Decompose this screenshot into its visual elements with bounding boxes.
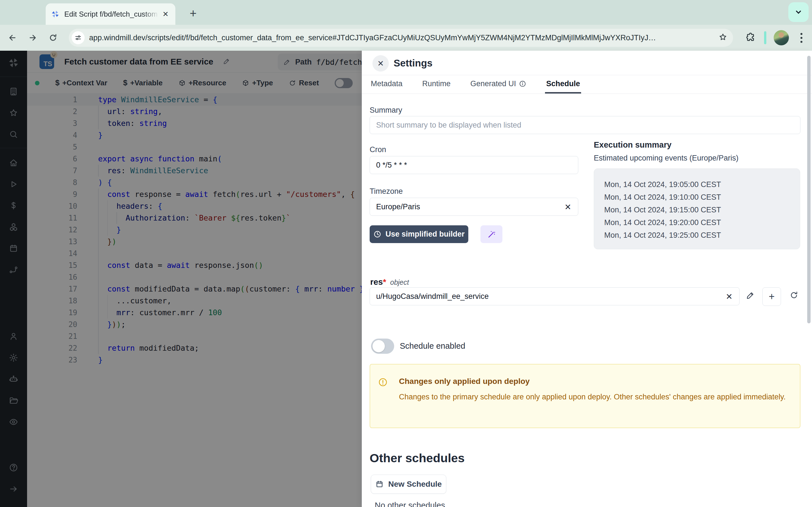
cron-input[interactable] xyxy=(370,156,578,174)
tab-runtime[interactable]: Runtime xyxy=(421,75,452,94)
schedule-enabled-label: Schedule enabled xyxy=(400,341,465,351)
app-window: TS Fetch customer data from EE service P… xyxy=(0,51,812,507)
event-row: Mon, 14 Oct 2024, 19:25:00 CEST xyxy=(604,229,800,242)
browser-actions xyxy=(746,25,812,51)
url-bar[interactable]: app.windmill.dev/scripts/edit/f/bd/fetch… xyxy=(69,29,733,47)
timezone-input[interactable] xyxy=(370,198,578,216)
tab-close-icon[interactable]: ✕ xyxy=(161,9,170,20)
deploy-warning-box: Changes only applied upon deploy Changes… xyxy=(370,364,801,428)
cron-label: Cron xyxy=(370,145,386,154)
warning-body: Changes to the primary schedule are only… xyxy=(399,391,794,403)
url-text: app.windmill.dev/scripts/edit/f/bd/fetch… xyxy=(89,34,718,42)
execution-summary-title: Execution summary xyxy=(594,140,672,150)
reload-icon xyxy=(49,33,57,42)
tab-metadata[interactable]: Metadata xyxy=(370,75,404,94)
tab-schedule[interactable]: Schedule xyxy=(545,75,581,94)
timezone-clear-icon[interactable]: ✕ xyxy=(564,202,571,212)
browser-tab[interactable]: Edit Script f/bd/fetch_custom ✕ xyxy=(46,3,175,25)
profile-separator xyxy=(764,31,766,44)
required-asterisk: * xyxy=(383,277,386,286)
forward-arrow-icon xyxy=(28,33,37,42)
summary-label: Summary xyxy=(370,106,402,115)
res-clear-icon[interactable]: ✕ xyxy=(726,292,732,301)
event-row: Mon, 14 Oct 2024, 19:15:00 CEST xyxy=(604,204,800,216)
chevron-down-icon xyxy=(794,7,803,17)
browser-tab-strip: Edit Script f/bd/fetch_custom ✕ + xyxy=(0,0,812,25)
tab-generated-ui[interactable]: Generated UI xyxy=(469,75,527,94)
browser-menu-icon[interactable] xyxy=(795,30,808,45)
timezone-label: Timezone xyxy=(370,187,403,196)
execution-events: Mon, 14 Oct 2024, 19:05:00 CESTMon, 14 O… xyxy=(594,168,800,249)
screen: Edit Script f/bd/fetch_custom ✕ + app.wi… xyxy=(0,0,812,507)
use-simplified-builder-label: Use simplified builder xyxy=(386,230,465,238)
forward-button[interactable] xyxy=(25,30,41,46)
profile-avatar[interactable] xyxy=(774,30,789,45)
tune-icon xyxy=(74,34,82,41)
calendar-icon xyxy=(375,480,384,489)
tab-search-button[interactable] xyxy=(788,2,809,22)
use-simplified-builder-button[interactable]: Use simplified builder xyxy=(370,225,468,243)
reload-button[interactable] xyxy=(45,30,61,46)
settings-panel: ✕ Settings MetadataRuntimeGenerated UISc… xyxy=(362,51,812,507)
back-arrow-icon xyxy=(8,33,17,42)
res-field-name: res*object xyxy=(370,277,409,287)
tab-label: Metadata xyxy=(371,79,403,88)
clock-icon xyxy=(373,230,382,238)
back-button[interactable] xyxy=(4,30,20,46)
event-row: Mon, 14 Oct 2024, 19:05:00 CEST xyxy=(604,178,800,191)
bookmark-star-icon[interactable] xyxy=(718,33,727,43)
res-resource-input[interactable] xyxy=(370,287,740,305)
refresh-icon xyxy=(790,291,799,300)
settings-title: Settings xyxy=(394,57,433,69)
edit-resource-button[interactable] xyxy=(746,291,755,301)
windmill-favicon-icon xyxy=(51,10,60,18)
close-settings-button[interactable]: ✕ xyxy=(372,55,389,71)
alert-circle-icon xyxy=(378,378,388,387)
magic-wand-icon xyxy=(487,230,496,239)
no-other-schedules-text: No other schedules xyxy=(375,501,445,507)
browser-toolbar: app.windmill.dev/scripts/edit/f/bd/fetch… xyxy=(0,25,812,51)
settings-tabs: MetadataRuntimeGenerated UISchedule xyxy=(362,75,812,94)
tab-label: Runtime xyxy=(422,79,451,88)
new-tab-button[interactable]: + xyxy=(185,5,202,22)
tab-title: Edit Script f/bd/fetch_custom xyxy=(64,10,161,18)
event-row: Mon, 14 Oct 2024, 19:20:00 CEST xyxy=(604,216,800,229)
new-schedule-label: New Schedule xyxy=(388,480,442,489)
extensions-icon[interactable] xyxy=(746,32,756,43)
execution-summary-subtitle: Estimated upcoming events (Europe/Paris) xyxy=(594,154,739,163)
refresh-resource-button[interactable] xyxy=(790,291,799,301)
res-type-text: object xyxy=(390,278,409,286)
add-resource-button-panel[interactable]: + xyxy=(762,287,781,306)
res-name-text: res xyxy=(370,277,383,286)
warning-title: Changes only applied upon deploy xyxy=(399,377,530,386)
new-schedule-button[interactable]: New Schedule xyxy=(371,474,446,494)
modal-dim-overlay[interactable] xyxy=(0,51,362,507)
site-settings-button[interactable] xyxy=(71,31,85,44)
other-schedules-heading: Other schedules xyxy=(370,451,465,465)
summary-input[interactable] xyxy=(370,116,801,134)
pencil-icon xyxy=(746,291,755,300)
tab-label: Generated UI xyxy=(470,79,516,88)
event-row: Mon, 14 Oct 2024, 19:10:00 CEST xyxy=(604,191,800,204)
panel-scrollbar[interactable] xyxy=(807,56,811,323)
schedule-enabled-toggle[interactable] xyxy=(371,339,394,354)
info-icon xyxy=(519,80,526,88)
ai-cron-button[interactable] xyxy=(480,225,502,243)
tab-label: Schedule xyxy=(546,79,580,88)
